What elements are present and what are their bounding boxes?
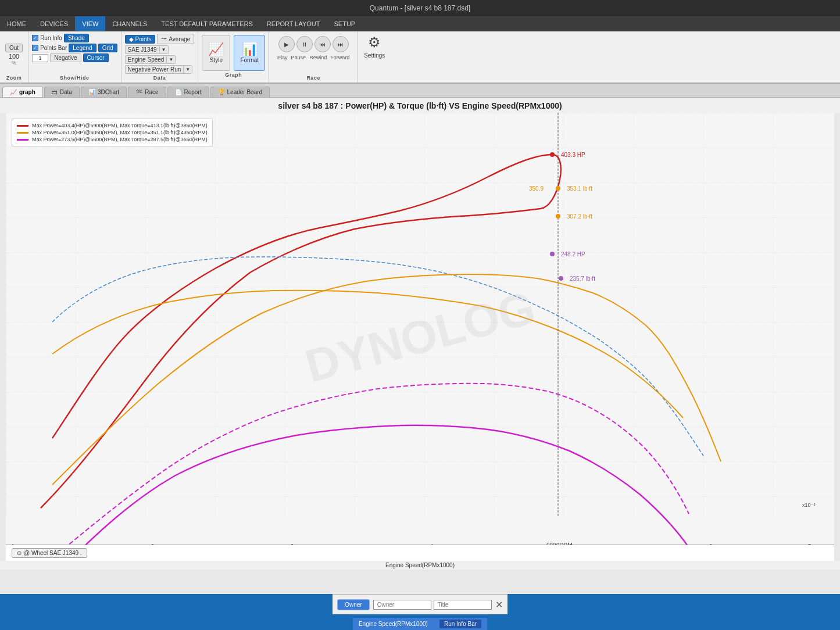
chart-container[interactable]: Max Power=403.4(HP)@5900(RPM), Max Torqu… xyxy=(6,113,834,561)
menu-view[interactable]: VIEW xyxy=(75,16,105,31)
ribbon: Out 100 % Zoom ✓ Run Info Shade ✓ Points… xyxy=(0,31,840,84)
points-button[interactable]: ◆ Points xyxy=(125,35,156,44)
tab-graph[interactable]: 📈 graph xyxy=(2,87,43,97)
engine-speed-dropdown[interactable]: Engine Speed ▼ xyxy=(125,55,176,64)
graph-label: Graph xyxy=(225,72,242,78)
main-area: silver s4 b8 187 : Power(HP) & Torque (l… xyxy=(0,98,840,594)
points-bar-label: Points Bar xyxy=(40,45,67,51)
report-tab-label: Report xyxy=(184,89,202,95)
legend-item-0: Max Power=403.4(HP)@5900(RPM), Max Torqu… xyxy=(17,123,208,128)
style-icon: 📈 xyxy=(208,43,224,56)
run-info-bar-label: Run Info Bar xyxy=(439,620,481,628)
tab-report[interactable]: 📄 Report xyxy=(167,87,209,97)
grid-pattern xyxy=(6,113,834,516)
legend-color-0 xyxy=(17,125,28,127)
format-label: Format xyxy=(240,57,259,63)
zoom-group: Out 100 % Zoom xyxy=(0,31,28,83)
data-tab-icon: 🗃 xyxy=(52,89,58,95)
settings-icon: ⚙ xyxy=(368,34,381,51)
run-info-checkbox[interactable]: ✓ Run Info xyxy=(32,35,62,41)
annotation-torque3: 235.7 lb·ft xyxy=(570,275,595,282)
grid-button[interactable]: Grid xyxy=(98,44,117,52)
tab-race[interactable]: 🏁 Race xyxy=(128,87,166,97)
points-bar-checkbox[interactable]: ✓ Points Bar xyxy=(32,45,67,51)
menu-home[interactable]: HOME xyxy=(0,16,33,31)
wheel-badge[interactable]: ⊙ @ Wheel SAE J1349 . xyxy=(12,548,87,558)
num-input[interactable] xyxy=(32,54,48,62)
graph-tab-label: graph xyxy=(19,89,35,95)
tab-data[interactable]: 🗃 Data xyxy=(44,87,80,97)
rpm-bar-speed: Engine Speed(RPMx1000) xyxy=(359,621,428,627)
menu-report-layout[interactable]: REPORT LAYOUT xyxy=(260,16,327,31)
menu-devices[interactable]: DEVICES xyxy=(33,16,75,31)
negative-power-run-dropdown[interactable]: Negative Power Run ▼ xyxy=(125,65,193,74)
menu-test-default[interactable]: TEST DEFAULT PARAMETERS xyxy=(154,16,260,31)
owner-tab[interactable]: Owner xyxy=(337,599,369,610)
legend-box: Max Power=403.4(HP)@5900(RPM), Max Torqu… xyxy=(12,119,213,146)
legend-color-1 xyxy=(17,132,28,134)
owner-input[interactable] xyxy=(373,600,431,610)
average-icon: 〜 xyxy=(161,35,167,43)
menu-setup[interactable]: SETUP xyxy=(327,16,363,31)
menu-channels[interactable]: CHANNELS xyxy=(105,16,154,31)
chart-svg[interactable]: 403.3 HP 353.1 lb·ft 350.9 307.2 lb·ft 2… xyxy=(6,113,834,561)
play-label: Play xyxy=(277,55,288,60)
run-info-check-box: ✓ xyxy=(32,35,38,41)
show-hide-label: Show/Hide xyxy=(28,75,120,81)
zoom-unit: % xyxy=(12,60,16,66)
points-bar-check-box: ✓ xyxy=(32,45,38,51)
race-label: Race xyxy=(269,75,358,81)
zoom-label: Zoom xyxy=(0,75,28,81)
sae-label: SAE J1349 xyxy=(126,46,159,53)
legend-item-2: Max Power=273.5(HP)@5600(RPM), Max Torqu… xyxy=(17,137,208,142)
close-owner-icon[interactable]: ✕ xyxy=(495,599,503,610)
format-button[interactable]: 📊 Format xyxy=(234,35,265,71)
legend-text-0: Max Power=403.4(HP)@5900(RPM), Max Torqu… xyxy=(32,123,208,128)
annotation-torque1b: 350.9 xyxy=(529,185,544,192)
bottom-bar: ⊙ @ Wheel SAE J1349 . xyxy=(6,545,834,561)
negative-power-run-label: Negative Power Run xyxy=(126,66,184,73)
play-button[interactable]: ▶ xyxy=(278,36,295,52)
shade-button[interactable]: Shade xyxy=(64,34,89,42)
pause-button[interactable]: ⏸ xyxy=(296,36,313,52)
forward-label: Forward xyxy=(330,55,349,60)
chart-title: silver s4 b8 187 : Power(HP) & Torque (l… xyxy=(0,98,840,113)
report-tab-icon: 📄 xyxy=(175,89,182,95)
rewind-button[interactable]: ⏮ xyxy=(314,36,331,52)
title-input[interactable] xyxy=(434,600,492,610)
x-axis-label-row: Engine Speed(RPMx1000) xyxy=(0,561,840,570)
pause-label: Pause xyxy=(291,55,306,60)
tab-bar: 📈 graph 🗃 Data 📊 3DChart 🏁 Race 📄 Report… xyxy=(0,84,840,98)
graph-group: 📈 Style 📊 Format Graph xyxy=(198,31,269,83)
owner-tab-label: Owner xyxy=(345,602,362,608)
data-group-label: Data xyxy=(121,75,198,81)
annotation-hp1: 403.3 HP xyxy=(561,152,585,158)
menu-bar: HOME DEVICES VIEW CHANNELS TEST DEFAULT … xyxy=(0,16,840,31)
style-label: Style xyxy=(210,57,223,63)
negative-button[interactable]: Negative xyxy=(50,53,81,62)
annotation-torque2: 307.2 lb·ft xyxy=(567,213,592,220)
owner-panel xyxy=(373,600,492,610)
window-title: Quantum - [silver s4 b8 187.dsd] xyxy=(370,4,470,12)
annotation-torque1: 353.1 lb·ft xyxy=(567,185,592,192)
wheel-icon: ⊙ xyxy=(17,550,22,556)
format-icon: 📊 xyxy=(242,43,258,56)
engine-speed-arrow-icon: ▼ xyxy=(166,56,175,63)
taskbar: Owner ✕ Engine Speed(RPMx1000) Run Info … xyxy=(0,594,840,630)
data-group: ◆ Points 〜 Average SAE J1349 ▼ Engine Sp… xyxy=(121,31,199,83)
race-tab-icon: 🏁 xyxy=(135,89,142,95)
zoom-out-button[interactable]: Out xyxy=(5,44,23,52)
settings-button[interactable]: ⚙ Settings xyxy=(358,31,391,67)
rewind-label: Rewind xyxy=(309,55,327,60)
annotation-point-torque1 xyxy=(556,186,560,191)
run-info-label: Run Info xyxy=(40,35,62,41)
style-button[interactable]: 📈 Style xyxy=(202,35,230,71)
tab-3dchart[interactable]: 📊 3DChart xyxy=(81,87,127,97)
annotation-hp3: 248.2 HP xyxy=(561,251,585,257)
cursor-button[interactable]: Cursor xyxy=(83,53,109,62)
sae-dropdown[interactable]: SAE J1349 ▼ xyxy=(125,45,169,54)
legend-button[interactable]: Legend xyxy=(69,44,96,52)
average-button[interactable]: 〜 Average xyxy=(157,34,194,44)
forward-button[interactable]: ⏭ xyxy=(333,36,349,52)
tab-leaderboard[interactable]: 🏆 Leader Board xyxy=(210,87,270,97)
